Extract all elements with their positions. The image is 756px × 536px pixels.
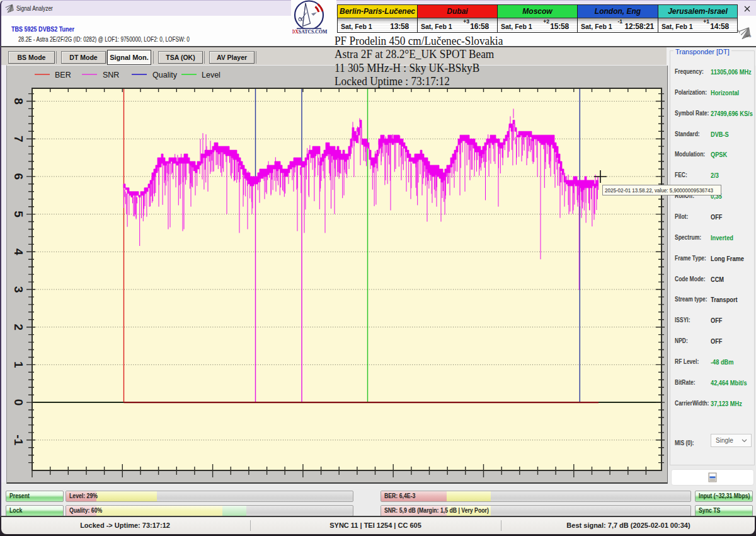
svg-text:6: 6 [12, 173, 25, 180]
svg-text:4: 4 [12, 248, 25, 255]
svg-text:2: 2 [12, 323, 25, 330]
svg-text:Level: Level [202, 71, 220, 79]
svg-text:DXSATCS.COM: DXSATCS.COM [292, 29, 328, 35]
svg-text:0: 0 [12, 399, 25, 406]
svg-text:BER: BER [55, 71, 71, 79]
svg-text:5: 5 [12, 211, 25, 218]
svg-text:Quality: Quality [152, 71, 178, 79]
svg-text:1: 1 [12, 361, 25, 368]
svg-text:3: 3 [12, 286, 25, 293]
svg-text:7: 7 [12, 136, 25, 143]
svg-text:SNR: SNR [103, 71, 119, 79]
svg-text:8: 8 [12, 98, 25, 105]
svg-text:d/b: d/b [746, 34, 752, 38]
svg-text:-1: -1 [12, 434, 25, 445]
